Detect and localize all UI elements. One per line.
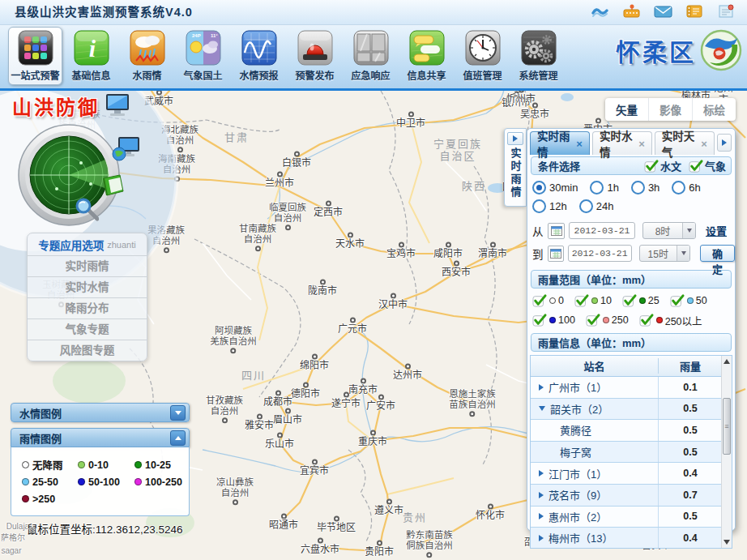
condition-check-1[interactable]: 水文 (644, 158, 681, 173)
wave-icon[interactable] (591, 3, 609, 19)
binder-icon[interactable] (685, 3, 704, 19)
topic-item-4[interactable]: 气象专题 (28, 318, 147, 340)
toolbar-item-9[interactable]: 值班管理 (455, 27, 510, 85)
rain-legend-header[interactable]: 雨情图例 (11, 428, 190, 447)
range-check-7[interactable]: 250以上 (639, 312, 702, 328)
range-options: 0102550100250250以上 (527, 289, 735, 331)
row-expand-icon[interactable] (539, 470, 544, 477)
from-hour-value: 8时 (643, 224, 682, 237)
rain-legend-collapse-icon[interactable] (170, 430, 186, 446)
table-scrollbar[interactable]: ≡ (721, 356, 732, 548)
scroll-thumb[interactable]: ≡ (723, 398, 731, 455)
tab-close-icon[interactable]: × (638, 138, 645, 150)
monitor-icon[interactable] (104, 92, 133, 120)
legend-item: 10-25 (134, 456, 191, 473)
row-expand-icon[interactable] (539, 492, 544, 498)
station-row[interactable]: 江门市（1）0.4 (531, 463, 722, 485)
panel-expand-icon[interactable] (507, 132, 523, 145)
radio-icon (672, 181, 685, 195)
magnifier-icon[interactable] (73, 197, 99, 221)
toolbar-item-8[interactable]: 信息共享 (399, 27, 454, 85)
tab-3[interactable]: 实时天气× (655, 131, 715, 155)
duration-1h[interactable]: 1h (590, 179, 618, 195)
brand-title: 山洪防御 (12, 92, 100, 120)
duration-3h[interactable]: 3h (631, 179, 659, 195)
to-date-input[interactable]: 2012-03-21 (568, 245, 632, 262)
tab-2[interactable]: 实时水情× (592, 131, 652, 155)
duration-24h[interactable]: 24h (579, 198, 614, 214)
row-expand-icon[interactable] (539, 535, 544, 541)
keyboard-icon[interactable] (622, 3, 641, 19)
toolbar-item-5[interactable]: 水情预报 (232, 27, 286, 85)
maptype-button-2[interactable]: 影像 (649, 98, 693, 121)
maptype-button-3[interactable]: 标绘 (693, 98, 736, 121)
station-row[interactable]: 梅子窝0.5 (531, 442, 722, 464)
legend-dot-icon (134, 478, 142, 485)
station-row[interactable]: 广州市（1）0.1 (531, 377, 722, 399)
radio-icon (590, 181, 604, 195)
mail-icon[interactable] (654, 3, 672, 19)
toolbar-item-4[interactable]: 24P11°气象国土 (176, 27, 230, 85)
toolbar-item-1[interactable]: 一站式预警 (8, 27, 62, 85)
appgrid-icon (18, 30, 53, 66)
range-check-6[interactable]: 250 (586, 312, 629, 328)
tab-1[interactable]: 实时雨情× (530, 131, 590, 155)
tab-close-icon[interactable]: × (576, 138, 583, 150)
maptype-button-1[interactable]: 矢量 (605, 98, 649, 121)
realtime-rain-panel: 实时雨情×实时水情×实时天气× 条件选择 水文气象 30min1h3h6h12h… (527, 128, 736, 531)
topic-item-3[interactable]: 降雨分布 (28, 297, 147, 318)
topic-item-5[interactable]: 风险图专题 (28, 340, 147, 361)
scroll-down-icon[interactable] (724, 540, 730, 545)
station-row[interactable]: 惠州市（2）0.5 (531, 507, 722, 528)
range-check-3[interactable]: 25 (622, 293, 659, 309)
settings-link[interactable]: 设置 (706, 223, 727, 238)
to-hour-value: 15时 (640, 246, 677, 260)
range-check-1[interactable]: 0 (532, 293, 564, 309)
from-hour-dropdown-icon[interactable] (682, 223, 695, 238)
row-expand-icon[interactable] (539, 513, 544, 519)
topics-panel: 专题应用选项 zhuanti 实时雨情实时水情降雨分布气象专题风险图专题 (27, 233, 147, 361)
to-calendar-icon[interactable] (548, 246, 564, 262)
range-check-5[interactable]: 100 (532, 312, 575, 328)
confirm-button[interactable]: 确定 (700, 245, 735, 262)
toolbar-item-2[interactable]: i基础信息 (64, 27, 118, 85)
legend-item: 100-250 (134, 473, 191, 490)
station-row[interactable]: 茂名市（9）0.7 (531, 485, 722, 507)
range-check-2[interactable]: 10 (574, 293, 612, 309)
to-hour-dropdown-icon[interactable] (677, 246, 689, 261)
toolbar-item-10[interactable]: 系统管理 (511, 27, 566, 85)
condition-check-2[interactable]: 气象 (689, 158, 726, 173)
tab-scroll-right-icon[interactable] (717, 134, 732, 152)
duration-6h[interactable]: 6h (672, 179, 700, 195)
water-legend-header[interactable]: 水情图例 (11, 403, 190, 422)
range-check-4[interactable]: 50 (670, 293, 707, 309)
station-row[interactable]: 梅州市（13）0.4 (531, 528, 722, 549)
map-type-switcher: 矢量影像标绘 (605, 98, 736, 121)
to-hour-select[interactable]: 15时 (639, 245, 690, 262)
duration-30min[interactable]: 30min (532, 179, 578, 195)
row-collapse-icon[interactable] (539, 406, 545, 411)
note-icon[interactable] (717, 3, 736, 19)
water-legend-expand-icon[interactable] (170, 405, 186, 421)
legend-dot-icon (22, 461, 29, 468)
toolbar-item-6[interactable]: 预警发布 (288, 27, 342, 85)
region-logo: 怀柔区 (616, 29, 742, 71)
from-hour-select[interactable]: 8时 (642, 222, 696, 239)
topic-item-1[interactable]: 实时雨情 (28, 255, 147, 276)
range-dot-icon (603, 317, 609, 323)
station-row[interactable]: 黄腾径0.5 (531, 420, 722, 442)
panel-collapse-strip[interactable]: 实时雨情 (504, 128, 527, 207)
duration-12h[interactable]: 12h (532, 198, 567, 214)
toolbar-item-7[interactable]: 应急响应 (344, 27, 398, 85)
book-icon[interactable] (100, 173, 126, 198)
row-expand-icon[interactable] (539, 384, 544, 391)
from-date-input[interactable]: 2012-03-21 (569, 222, 635, 239)
from-calendar-icon[interactable] (548, 223, 565, 239)
scroll-up-icon[interactable] (724, 359, 730, 364)
tab-close-icon[interactable]: × (701, 138, 707, 150)
topic-item-2[interactable]: 实时水情 (28, 276, 147, 297)
toolbar-item-3[interactable]: 水雨情 (120, 27, 174, 85)
globe-monitor-icon[interactable] (112, 136, 141, 162)
topics-title: 专题应用选项 (38, 237, 104, 253)
station-row[interactable]: 韶关市（2）0.5 (531, 399, 722, 421)
